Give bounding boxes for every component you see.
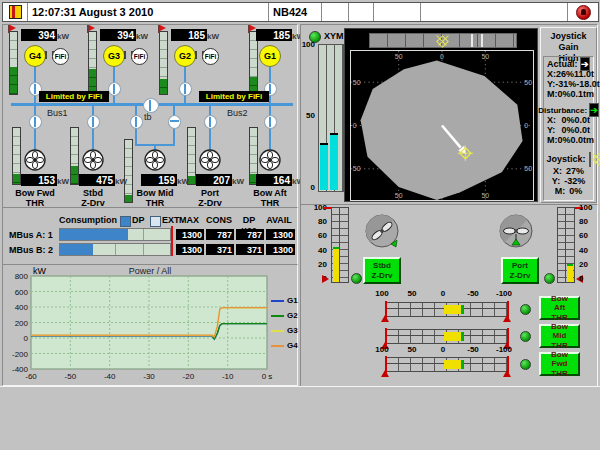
disturbance-x: X:0%0.0t: [547, 115, 590, 125]
bowfwd-thr-button[interactable]: Bow Fwd THR: [539, 352, 580, 376]
stbd-zdrv-button[interactable]: Stbd Z-Drv: [363, 257, 401, 284]
thr-breaker-stbd: [87, 115, 100, 129]
port-zdrv-button[interactable]: Port Z-Drv: [501, 257, 539, 284]
mbus-a-bar: [59, 228, 171, 241]
svg-text:50: 50: [353, 165, 361, 172]
bow-scale2-m100: -100: [492, 345, 516, 354]
gen-load-gauge: [9, 31, 18, 95]
port-scale-80: 80: [579, 217, 588, 226]
app-icon-cell[interactable]: [3, 3, 28, 21]
thr-load-gauge: [70, 127, 79, 185]
titlebar-cell-1: [322, 3, 349, 21]
thr-label: Bow MidTHR: [131, 188, 179, 208]
joy-y: Y:-32%: [547, 176, 590, 186]
thr-kw-display: 153: [21, 174, 57, 186]
mbus-b-max: 1300: [176, 244, 204, 255]
gen-limit-flag: [248, 25, 250, 33]
thr-label: PortZ-Drv: [186, 188, 234, 208]
svg-text:50: 50: [524, 79, 532, 86]
bow-scale1-m50: -50: [461, 289, 485, 298]
joystick-display: 50505050000050505050: [344, 28, 538, 202]
gen-load-fill: [160, 79, 167, 95]
bow-scale2-0: 0: [431, 345, 455, 354]
thr-label: Bow FwdTHR: [11, 188, 59, 208]
alarm-icon[interactable]: [576, 5, 591, 20]
joystick-label: Joystick:: [546, 154, 585, 164]
fifi-pump-g4[interactable]: FiFi: [52, 48, 69, 65]
port-azimuth-indicator: [498, 213, 534, 249]
port-scale-0: 0: [579, 274, 583, 283]
generator-g3[interactable]: G3: [103, 45, 125, 67]
bow-scale1-m100: -100: [492, 289, 516, 298]
xym-tick-50: 50: [301, 111, 315, 120]
legend-swatch: [271, 300, 284, 302]
fifi-pump-g3[interactable]: FiFi: [131, 48, 148, 65]
svg-text:-10: -10: [222, 372, 234, 381]
port-scale-100: 100: [579, 203, 592, 212]
power-chart: -400-2000200400600800-60-50-40-30-20-100…: [3, 265, 297, 385]
bow-scale2-50: 50: [400, 345, 424, 354]
mbus-a-avail: 1300: [266, 229, 295, 240]
dp-legend-swatch: [120, 216, 131, 227]
gen-breaker-g2: [179, 82, 192, 96]
svg-text:0: 0: [524, 122, 528, 129]
svg-text:400: 400: [15, 303, 29, 312]
generator-g4[interactable]: G4: [24, 45, 46, 67]
heading-slider[interactable]: [369, 33, 517, 48]
actual-m: M:0%0.1tm: [547, 89, 590, 99]
capability-plot[interactable]: 50505050000050505050: [350, 50, 534, 201]
svg-text:0: 0: [24, 334, 29, 343]
titlebar-cell-4: [421, 3, 568, 21]
bowfwd-lever-fill: [444, 360, 464, 369]
port-scale-20: 20: [579, 260, 588, 269]
svg-text:0 s: 0 s: [262, 372, 273, 381]
kw-unit: kW: [207, 32, 219, 41]
title-bar: 12:07:31 August 3 2010 NB424: [2, 2, 599, 22]
bowaft-led: [520, 304, 531, 315]
svg-text:-30: -30: [143, 372, 155, 381]
limit-pointer: [381, 315, 389, 322]
gen-load-fill: [10, 67, 17, 94]
thr-feeder: [209, 106, 211, 152]
limit-pointer: [381, 370, 389, 377]
slider-target-icon: [436, 35, 449, 48]
stbd-led: [351, 273, 362, 284]
kw-unit: kW: [232, 177, 244, 186]
clock: 12:07:31 August 3 2010: [28, 3, 269, 21]
kw-unit: kW: [57, 177, 69, 186]
alarm-cell[interactable]: [568, 3, 598, 21]
disturbance-m: M:0%0.0tm: [547, 135, 590, 145]
thr-breaker-bowaft: [264, 115, 277, 129]
bowmid-thr-button[interactable]: Bow Mid THR: [539, 324, 580, 348]
thr-feeder: [92, 106, 94, 152]
thr-load-fill: [13, 174, 20, 184]
bow-scale1-100: 100: [370, 289, 394, 298]
bowmid-lever-gauge: [386, 329, 508, 344]
stbd-azimuth-indicator: [364, 213, 400, 249]
generator-g2[interactable]: G2: [174, 45, 196, 67]
tb-breaker-closed: [130, 115, 143, 129]
port-scale-40: 40: [579, 246, 588, 255]
gen-load-gauge: [159, 31, 168, 95]
limit-pointer: [503, 315, 511, 322]
legend-swatch: [271, 330, 284, 332]
disturbance-arrow-icon: ➔: [589, 103, 599, 117]
generator-g1[interactable]: G1: [259, 45, 281, 67]
consumption-panel: Consumption DP EXT MAX CONS DP use AVAIL…: [2, 207, 298, 265]
legend-item: G1: [271, 293, 298, 308]
bowmid-led: [520, 331, 531, 342]
fifi-pump-g2[interactable]: FiFi: [202, 48, 219, 65]
xym-tick-100: 100: [301, 40, 315, 49]
thr-feeder: [269, 106, 271, 152]
gen-breaker-g3: [108, 82, 121, 96]
col-header-avail: AVAIL: [264, 215, 294, 225]
kw-unit: kW: [115, 177, 127, 186]
bus2-label: Bus2: [227, 108, 248, 118]
legend-item: G3: [271, 323, 298, 338]
bowaft-thr-button[interactable]: Bow Aft THR: [539, 296, 580, 320]
bowfwd-led: [520, 359, 531, 370]
svg-text:-60: -60: [25, 372, 37, 381]
limit-pointer: [503, 370, 511, 377]
thr-kw-display: 164: [256, 174, 292, 186]
xym-bar-2: [330, 133, 338, 190]
